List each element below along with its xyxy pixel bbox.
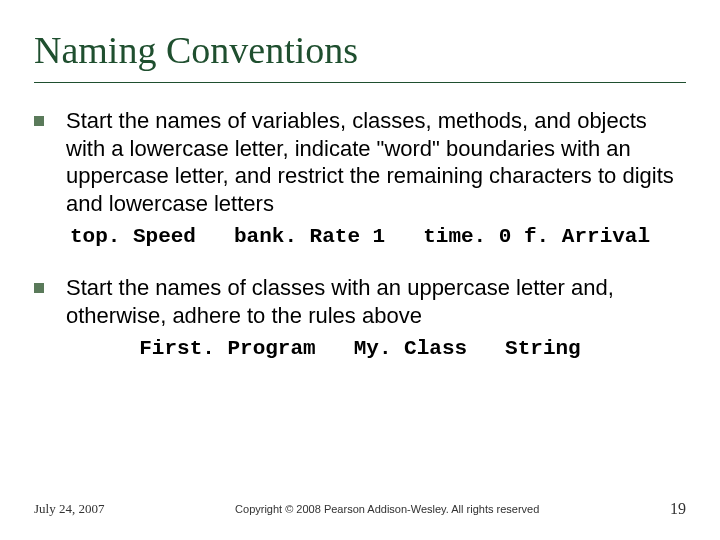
code-example: First. Program <box>139 337 315 360</box>
code-line: First. Program My. Class String <box>34 337 686 360</box>
bullet-item: Start the names of variables, classes, m… <box>34 107 686 217</box>
bullet-item: Start the names of classes with an upper… <box>34 274 686 329</box>
bullet-icon <box>34 283 44 293</box>
slide-footer: July 24, 2007 Copyright © 2008 Pearson A… <box>34 500 686 518</box>
code-example: My. Class <box>354 337 467 360</box>
bullet-text: Start the names of classes with an upper… <box>66 274 686 329</box>
footer-date: July 24, 2007 <box>34 501 104 517</box>
code-example: time. 0 f. Arrival <box>423 225 650 248</box>
code-example: String <box>505 337 581 360</box>
bullet-text: Start the names of variables, classes, m… <box>66 107 686 217</box>
code-line: top. Speed bank. Rate 1 time. 0 f. Arriv… <box>34 225 686 248</box>
slide-title: Naming Conventions <box>34 28 686 72</box>
footer-page-number: 19 <box>670 500 686 518</box>
footer-copyright: Copyright © 2008 Pearson Addison-Wesley.… <box>104 503 670 515</box>
bullet-icon <box>34 116 44 126</box>
title-rule <box>34 82 686 83</box>
code-example: bank. Rate 1 <box>234 225 385 248</box>
code-example: top. Speed <box>70 225 196 248</box>
